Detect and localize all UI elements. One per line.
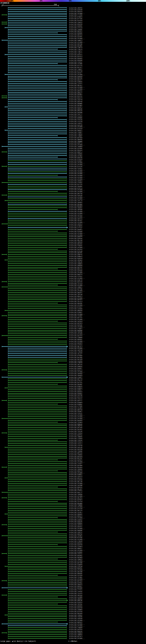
hit-label[interactable]: UniRef100_C5M2K2: [69, 614, 82, 616]
hit-bar[interactable]: [8, 485, 67, 486]
hit-row[interactable]: UniRef100_B0WTL2: [0, 151, 146, 153]
hit-label[interactable]: UniRef100_B6S5F0: [69, 456, 82, 457]
hit-row[interactable]: UniRef100_A6ZWC1: [0, 410, 146, 412]
hit-label[interactable]: UniRef100_Q9B1H6: [69, 108, 82, 110]
hit-row[interactable]: UniRef100_C5P6X6: [0, 590, 146, 592]
hit-label[interactable]: UniRef100_Q4C1K6: [69, 427, 82, 428]
hit-label[interactable]: UniRef100_A2XNC9: [69, 546, 82, 547]
hit-row[interactable]: UniRef100_Q9W5R9: [0, 264, 146, 266]
hit-label[interactable]: UniRef100_UP1000...: [69, 560, 85, 562]
hit-bar[interactable]: [8, 166, 67, 166]
hit-row[interactable]: UniRef100_UP1000...: [0, 340, 146, 342]
hit-label[interactable]: UniRef100_C1MXG8: [69, 351, 82, 353]
hit-bar[interactable]: [8, 52, 67, 53]
hit-row[interactable]: UniRef100_A3C8L1: [0, 511, 146, 513]
hit-bar[interactable]: [8, 256, 67, 256]
hit-label[interactable]: UniRef100_B9IL77: [69, 492, 82, 493]
hit-row[interactable]: UniRef100_B3L4L3: [0, 636, 146, 637]
hit-label[interactable]: UniRef100_Q5VRF1: [69, 106, 82, 108]
hit-label[interactable]: UniRef100_Q8MTM3: [69, 138, 82, 140]
hit-row[interactable]: UniRef100_UP1000...: [0, 246, 146, 248]
hit-label[interactable]: UniRef100_Q0JGY1: [69, 30, 82, 32]
hit-bar[interactable]: [8, 36, 67, 37]
hit-label[interactable]: UniRef100_Q0IQF8: [69, 342, 82, 344]
hit-label[interactable]: UniRef100_C0L2Z7: [69, 353, 82, 354]
hit-bar[interactable]: [8, 508, 67, 509]
hit-bar[interactable]: [8, 395, 67, 395]
hit-row[interactable]: UniRef100_B2B802: [0, 403, 146, 405]
hit-bar[interactable]: [8, 296, 67, 296]
hit-row[interactable]: UniRef100_Q0IQF8: [0, 342, 146, 344]
hit-label[interactable]: UniRef100_B6QCQ3: [69, 630, 82, 632]
hit-label[interactable]: UniRef100_A7PC49: [69, 566, 82, 567]
hit-label[interactable]: UniRef100_B6TXR4: [69, 580, 82, 582]
hit-label[interactable]: UniRef100_B8AEH1: [69, 338, 82, 340]
hit-label[interactable]: UniRef100_A9UDR2: [69, 207, 82, 208]
hit-bar[interactable]: [8, 132, 67, 132]
hit-bar[interactable]: [2, 287, 67, 287]
hit-label[interactable]: UniRef100_C4WRX7: [69, 68, 82, 70]
hit-label[interactable]: UniRef100_UP1000...: [69, 234, 85, 236]
hit-row[interactable]: UniRef100_O44248: [0, 194, 146, 196]
hit-label[interactable]: UniRef100_Q0JKD4: [69, 466, 82, 468]
hit-row[interactable]: UniRef100_B9RZT0: [0, 470, 146, 472]
hit-bar[interactable]: [8, 500, 67, 500]
hit-row[interactable]: UniRef100_Q7RL67: [0, 380, 146, 382]
hit-row[interactable]: UniRef100_Q62797: [0, 266, 146, 268]
hit-row[interactable]: UniRef100_A9TRL8: [0, 320, 146, 322]
hit-label[interactable]: UniRef100_UP1000...: [69, 176, 85, 178]
hit-row[interactable]: UniRef100_Q3TKM5: [0, 147, 146, 149]
hit-label[interactable]: UniRef100_UP1000...: [69, 313, 85, 315]
hit-label[interactable]: UniRef100_B5XGY2: [69, 54, 82, 55]
hit-label[interactable]: UniRef100_Q82XR5: [69, 243, 82, 245]
hit-row[interactable]: UniRef100_B9T0C9: [0, 322, 146, 324]
hit-bar[interactable]: [8, 249, 57, 250]
hit-row[interactable]: UniRef100_A9RVF5: [0, 584, 146, 585]
hit-label[interactable]: UniRef100_A4RNK9: [69, 608, 82, 610]
hit-row[interactable]: UniRef100_UP1000...: [0, 198, 146, 200]
hit-bar[interactable]: [8, 78, 67, 78]
hit-bar[interactable]: [8, 436, 67, 437]
hit-bar[interactable]: [8, 339, 57, 340]
hit-row[interactable]: UniRef100_Q6FJY0: [0, 378, 146, 380]
hit-label[interactable]: UniRef100_UP1000...: [69, 144, 85, 146]
hit-bar[interactable]: [8, 136, 57, 136]
hit-row[interactable]: UniRef100_C5DEW6: [0, 450, 146, 452]
hit-label[interactable]: UniRef100_C0STB1: [69, 603, 82, 605]
hit-bar[interactable]: [8, 467, 67, 468]
hit-row[interactable]: UniRef100_UP1000...: [0, 221, 146, 223]
hit-row[interactable]: UniRef100_Q4FWT2: [0, 459, 146, 461]
hit-label[interactable]: UniRef100_C6T8F2: [69, 535, 82, 536]
hit-label[interactable]: UniRef100_A9QBU3: [69, 263, 82, 264]
hit-label[interactable]: UniRef100_C5X4B7: [69, 315, 82, 317]
hit-label[interactable]: UniRef100_C5K146: [69, 430, 82, 432]
hit-row[interactable]: UniRef100_Q81TA0: [0, 192, 146, 194]
hit-bar[interactable]: [5, 514, 67, 514]
hit-label[interactable]: UniRef100_A5E640: [69, 618, 82, 619]
hit-bar[interactable]: [8, 325, 67, 325]
hit-label[interactable]: UniRef100_B9HJM2: [69, 302, 82, 304]
hit-row[interactable]: UniRef100_UP1000...: [0, 347, 146, 349]
hit-bar[interactable]: [5, 615, 67, 615]
hit-label[interactable]: UniRef100_C1BLC4: [69, 46, 82, 48]
hit-bar[interactable]: [8, 114, 67, 114]
hit-bar[interactable]: [8, 96, 67, 96]
hit-bar[interactable]: [8, 570, 67, 570]
hit-label[interactable]: UniRef100_P15128: [69, 120, 82, 122]
hit-label[interactable]: UniRef100_A9PBI9: [69, 374, 82, 376]
hit-label[interactable]: UniRef100_A3GJ11: [69, 398, 82, 400]
hit-bar[interactable]: [8, 564, 67, 565]
hit-row[interactable]: UniRef100_A9RR04: [0, 468, 146, 470]
hit-bar[interactable]: [8, 611, 67, 612]
hit-label[interactable]: UniRef100_Q934Y7: [69, 79, 82, 81]
hit-row[interactable]: UniRef100_Q9VUN7: [0, 383, 146, 385]
hit-row[interactable]: UniRef100_Q82XR5: [0, 243, 146, 245]
hit-label[interactable]: UniRef100_C1E4J6: [69, 439, 82, 441]
hit-label[interactable]: UniRef100_Q7QHV5: [69, 225, 82, 226]
hit-row[interactable]: UniRef100_Q0GN71: [0, 129, 146, 131]
hit-label[interactable]: UniRef100_A9PB43: [69, 202, 82, 203]
hit-bar[interactable]: [8, 559, 57, 559]
hit-row[interactable]: UniRef100_A7TKQ5: [0, 405, 146, 407]
hit-label[interactable]: UniRef100_Q7KQJ0: [69, 158, 82, 160]
hit-bar[interactable]: [8, 618, 67, 619]
